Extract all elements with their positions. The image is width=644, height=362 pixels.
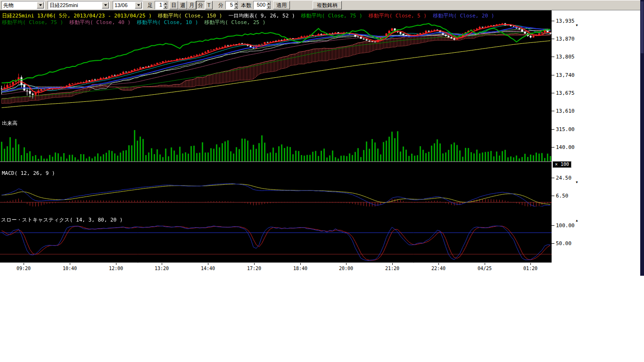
price-tick-label: 13,805: [556, 54, 575, 60]
spin-down-icon[interactable]: [163, 5, 167, 9]
scrollbar-thumb[interactable]: [641, 1, 644, 53]
vertical-scrollbar[interactable]: [640, 0, 644, 276]
time-tick-mark: [162, 263, 162, 265]
ashi-label: 足: [148, 2, 153, 9]
legend-item: 移動平均( Close, 25 ): [204, 19, 265, 26]
legend-item: 一目均衡表( 9, 26, 52 ): [229, 12, 295, 19]
stoch-tick-mark: [552, 225, 554, 226]
symbol-dropdown[interactable]: 日経225mini: [48, 1, 110, 9]
chevron-down-icon[interactable]: [135, 2, 142, 8]
symbol-selected: 日経225mini: [48, 2, 101, 9]
time-tick-label: 22:40: [431, 266, 446, 271]
chevron-down-icon[interactable]: [102, 2, 109, 8]
chevron-down-icon[interactable]: [37, 2, 44, 8]
minute-spinner[interactable]: 5: [225, 1, 239, 9]
contract-month-selected: 13/06: [113, 2, 134, 8]
macd-tick-label: 24.50: [556, 175, 571, 181]
chart-canvas[interactable]: [0, 10, 552, 263]
toolbar: 先物 日経225mini 13/06 足 1 日 週 月 分 T 分 5 本数 …: [0, 0, 640, 10]
macd-panel-label: MACD( 12, 26, 9 ): [2, 170, 55, 176]
price-tick-mark: [552, 75, 554, 75]
time-tick-label: 18:40: [293, 266, 307, 271]
bars-count-spinner[interactable]: 500: [253, 1, 271, 9]
stoch-tick-label: 100.00: [556, 222, 575, 229]
time-tick-label: 10:40: [63, 266, 77, 271]
price-tick-label: 13,740: [556, 72, 575, 78]
time-tick-mark: [70, 263, 70, 265]
legend-item: 移動平均( Close, 10 ): [137, 19, 198, 26]
time-tick-label: 20:00: [339, 266, 353, 271]
chart-legend-row-1: 日経225mini 13/06( 5分, 2013/04/23 - 2013/0…: [2, 12, 494, 19]
price-tick-mark: [552, 111, 554, 111]
chart-area[interactable]: 日経225mini 13/06( 5分, 2013/04/23 - 2013/0…: [0, 10, 552, 263]
chart-application-window: 先物 日経225mini 13/06 足 1 日 週 月 分 T 分 5 本数 …: [0, 0, 644, 362]
multi-symbol-button[interactable]: 複数銘柄: [313, 1, 342, 9]
macd-tick-mark: [552, 178, 554, 178]
price-tick-label: 13,610: [556, 108, 575, 114]
time-tick-mark: [346, 263, 347, 265]
volume-panel-label: 出来高: [2, 120, 17, 127]
legend-item: 移動平均( Close, 150 ): [158, 12, 223, 19]
legend-item: 移動平均( Close, 75 ): [301, 12, 363, 19]
time-tick-label: 14:40: [201, 266, 215, 271]
instrument-type-selected: 先物: [2, 2, 36, 9]
spin-down-icon[interactable]: [266, 5, 271, 9]
time-tick-label: 12:00: [109, 266, 123, 271]
stoch-tick-mark: [552, 243, 554, 244]
price-tick-mark: [552, 93, 554, 93]
interval-spinner[interactable]: 1: [155, 1, 168, 9]
macd-scale-down-button[interactable]: ▼: [575, 181, 578, 184]
volume-tick-label: 140.00: [556, 144, 575, 150]
macd-tick-label: 6.50: [556, 193, 569, 199]
legend-item: 移動平均( Close, 75 ): [2, 19, 63, 26]
time-tick-label: 13:20: [155, 266, 169, 271]
legend-item: 移動平均( Close, 40 ): [69, 19, 131, 26]
price-tick-mark: [552, 21, 554, 21]
minute-value: 5: [226, 1, 234, 9]
stoch-tick-label: 50.00: [556, 240, 571, 247]
spin-up-icon[interactable]: [266, 1, 271, 5]
price-tick-label: 13,870: [556, 36, 575, 42]
legend-item: 移動平均( Close, 5 ): [369, 12, 427, 19]
spin-up-icon[interactable]: [234, 1, 238, 5]
period-month-button[interactable]: 月: [187, 1, 196, 9]
time-tick-mark: [392, 263, 393, 265]
value-axis-panel: × 100 13,935▼13,87013,80513,74013,67513,…: [552, 10, 640, 276]
legend-item: 移動平均( Close, 20 ): [433, 12, 494, 19]
time-tick-mark: [530, 263, 531, 265]
price-tick-mark: [552, 39, 554, 39]
time-tick-mark: [300, 263, 301, 265]
time-tick-mark: [208, 263, 208, 265]
price-scale-down-button[interactable]: ▼: [575, 24, 578, 27]
time-tick-label: 01:20: [523, 266, 537, 271]
bars-count-value: 500: [254, 1, 266, 9]
time-tick-mark: [116, 263, 116, 265]
macd-tick-mark: [552, 196, 554, 196]
time-tick-label: 17:20: [247, 266, 261, 271]
time-tick-mark: [254, 263, 255, 265]
period-week-button[interactable]: 週: [178, 1, 187, 9]
contract-month-dropdown[interactable]: 13/06: [113, 1, 143, 9]
spin-down-icon[interactable]: [234, 5, 238, 9]
period-minute-button[interactable]: 分: [196, 1, 205, 9]
time-tick-mark: [485, 263, 485, 265]
minute-label: 分: [218, 2, 223, 9]
stoch-panel-label: スロー・ストキャスティクス( 14, 3, 80, 20 ): [1, 216, 123, 223]
stoch-scale-up-button[interactable]: ▲: [575, 219, 578, 222]
volume-tick-mark: [552, 129, 554, 130]
volume-tick-mark: [552, 147, 554, 148]
price-tick-label: 13,675: [556, 90, 575, 96]
price-tick-mark: [552, 57, 554, 57]
time-tick-mark: [24, 263, 24, 265]
chart-legend-row-2: 移動平均( Close, 75 )移動平均( Close, 40 )移動平均( …: [2, 19, 265, 26]
volume-multiplier-badge: × 100: [553, 161, 571, 168]
price-tick-label: 13,935: [556, 18, 575, 24]
period-tick-button[interactable]: T: [205, 1, 213, 9]
bars-count-label: 本数: [241, 2, 251, 9]
time-axis: 09:2010:4012:0013:2014:4017:2018:4020:00…: [0, 263, 552, 276]
time-tick-mark: [438, 263, 439, 265]
spin-up-icon[interactable]: [163, 1, 167, 5]
instrument-type-dropdown[interactable]: 先物: [1, 1, 45, 9]
period-day-button[interactable]: 日: [169, 1, 178, 9]
apply-button[interactable]: 適用: [273, 1, 290, 9]
